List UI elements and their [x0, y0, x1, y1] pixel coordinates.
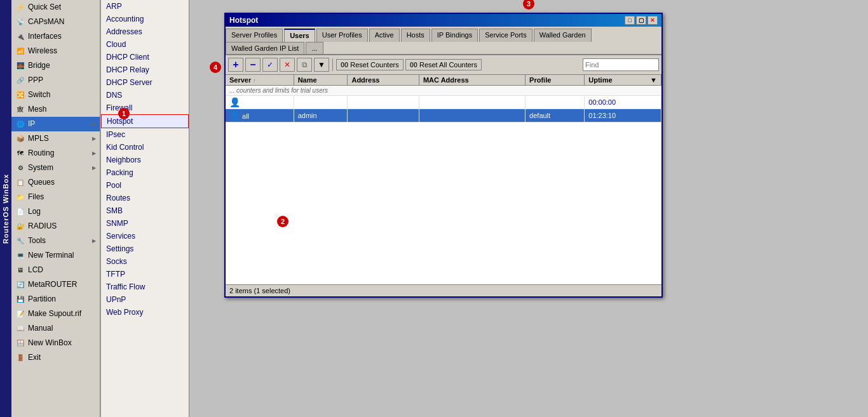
sidebar-item-exit[interactable]: 🚪 Exit [11, 350, 100, 365]
sidebar-item-mesh[interactable]: 🕸 Mesh [11, 102, 100, 117]
sidebar-item-mpls[interactable]: 📦 MPLS ▶ [11, 131, 100, 146]
sidebar-item-metarouter[interactable]: 🔄 MetaROUTER [11, 277, 100, 292]
submenu-firewall[interactable]: Firewall [101, 102, 189, 114]
sidebar-item-new-terminal[interactable]: 💻 New Terminal [11, 248, 100, 263]
tab-walled-garden[interactable]: Walled Garden [534, 29, 592, 42]
submenu-dns[interactable]: DNS [101, 89, 189, 102]
tab-user-profiles[interactable]: User Profiles [316, 29, 368, 42]
submenu-arp[interactable]: ARP [101, 0, 189, 13]
submenu-smb[interactable]: SMB [101, 204, 189, 217]
close-button[interactable]: ✕ [648, 16, 658, 25]
sidebar-item-capsman[interactable]: 📡 CAPsMAN [11, 15, 100, 29]
sidebar-item-manual[interactable]: 📖 Manual [11, 321, 100, 336]
tab-users[interactable]: Users [284, 29, 315, 42]
submenu-settings[interactable]: Settings [101, 242, 189, 255]
enable-button[interactable]: ✓ [262, 58, 278, 72]
sidebar-item-quick-set[interactable]: ⚡ Quick Set [11, 0, 100, 15]
cell-mac [419, 109, 525, 122]
remove-button[interactable]: − [245, 58, 261, 72]
cell-server: 👤 [226, 96, 294, 109]
winbox-label: RouterOS WinBox [0, 0, 11, 417]
submenu-web-proxy[interactable]: Web Proxy [101, 306, 189, 319]
info-row-text: ... counters and limits for trial users [226, 86, 661, 96]
exit-icon: 🚪 [15, 352, 25, 362]
cell-mac [419, 96, 525, 109]
disable-button[interactable]: ✕ [280, 58, 295, 72]
mesh-icon: 🕸 [15, 104, 25, 114]
submenu-kid-control[interactable]: Kid Control [101, 141, 189, 154]
submenu-dhcp-client[interactable]: DHCP Client [101, 51, 189, 63]
user-icon: 👤 [229, 110, 240, 121]
sidebar-item-partition[interactable]: 💾 Partition [11, 292, 100, 307]
col-header-profile: Profile [526, 75, 585, 86]
sidebar: ⚡ Quick Set 📡 CAPsMAN 🔌 Interfaces 📶 Wir… [11, 0, 100, 417]
sidebar-item-system[interactable]: ⚙ System ▶ [11, 161, 100, 175]
table-row[interactable]: 👤 all admin [226, 109, 661, 122]
sidebar-item-switch[interactable]: 🔀 Switch [11, 88, 100, 102]
submenu-neighbors[interactable]: Neighbors [101, 154, 189, 166]
cell-name: admin [294, 109, 348, 122]
submenu-pool[interactable]: Pool [101, 179, 189, 192]
sidebar-item-make-supout[interactable]: 📝 Make Supout.rif [11, 307, 100, 321]
submenu-tftp[interactable]: TFTP [101, 268, 189, 281]
submenu-upnp[interactable]: UPnP [101, 293, 189, 306]
tab-more[interactable]: ... [306, 42, 323, 54]
submenu-socks[interactable]: Socks [101, 255, 189, 268]
hotspot-window: 3 4 Hotspot □ ▢ ✕ Server Profiles Users … [224, 13, 663, 298]
capsman-icon: 📡 [15, 17, 25, 27]
col-header-mac: MAC Address [419, 75, 525, 86]
submenu-accounting[interactable]: Accounting [101, 13, 189, 25]
sidebar-item-interfaces[interactable]: 🔌 Interfaces [11, 29, 100, 44]
reset-counters-button[interactable]: 00 Reset Counters [336, 59, 403, 70]
user-icon: 👤 [229, 97, 240, 107]
submenu-addresses[interactable]: Addresses [101, 25, 189, 38]
sidebar-item-new-winbox[interactable]: 🪟 New WinBox [11, 336, 100, 350]
sidebar-item-log[interactable]: 📄 Log [11, 204, 100, 219]
info-row: ... counters and limits for trial users [226, 86, 661, 96]
tab-walled-garden-ip[interactable]: Walled Garden IP List [226, 42, 304, 54]
submenu-cloud[interactable]: Cloud [101, 38, 189, 51]
submenu-hotspot[interactable]: Hotspot [101, 114, 189, 128]
reset-all-counters-button[interactable]: 00 Reset All Counters [405, 59, 482, 70]
submenu-ipsec[interactable]: IPsec [101, 128, 189, 141]
annotation-1: 1 [118, 108, 130, 119]
sidebar-item-files[interactable]: 📁 Files [11, 190, 100, 204]
submenu-dhcp-server[interactable]: DHCP Server [101, 76, 189, 89]
column-options-icon[interactable]: ▼ [650, 76, 657, 84]
sidebar-item-tools[interactable]: 🔧 Tools ▶ [11, 234, 100, 248]
sidebar-item-bridge[interactable]: 🌉 Bridge [11, 58, 100, 73]
minimize-button[interactable]: □ [625, 16, 635, 25]
sidebar-item-radius[interactable]: 🔐 RADIUS [11, 219, 100, 234]
tab-hosts[interactable]: Hosts [401, 29, 430, 42]
manual-icon: 📖 [15, 323, 25, 333]
sidebar-item-ppp[interactable]: 🔗 PPP [11, 73, 100, 88]
table-row[interactable]: 👤 00:00:00 [226, 96, 661, 109]
cell-address [348, 96, 419, 109]
sidebar-item-ip[interactable]: 🌐 IP ▶ [11, 117, 100, 131]
tab-active[interactable]: Active [369, 29, 400, 42]
submenu-routes[interactable]: Routes [101, 192, 189, 204]
find-input[interactable] [583, 58, 659, 71]
submenu-dhcp-relay[interactable]: DHCP Relay [101, 63, 189, 76]
maximize-button[interactable]: ▢ [636, 16, 646, 25]
add-button[interactable]: + [228, 58, 243, 72]
copy-button[interactable]: ⧉ [297, 58, 312, 72]
window-title: Hotspot [229, 16, 625, 25]
routing-arrow: ▶ [92, 150, 96, 156]
interfaces-icon: 🔌 [15, 31, 25, 41]
sidebar-item-wireless[interactable]: 📶 Wireless [11, 44, 100, 58]
submenu-packing[interactable]: Packing [101, 166, 189, 179]
submenu-services[interactable]: Services [101, 230, 189, 242]
ip-submenu: ARP Accounting Addresses Cloud DHCP Clie… [100, 0, 189, 417]
tab-server-profiles[interactable]: Server Profiles [226, 29, 283, 42]
sidebar-item-lcd[interactable]: 🖥 LCD [11, 263, 100, 277]
tab-service-ports[interactable]: Service Ports [479, 29, 532, 42]
filter-button[interactable]: ▼ [314, 58, 329, 72]
system-arrow: ▶ [92, 165, 96, 171]
sidebar-item-queues[interactable]: 📋 Queues [11, 175, 100, 190]
winbox-icon: 🪟 [15, 338, 25, 348]
submenu-traffic-flow[interactable]: Traffic Flow [101, 281, 189, 293]
submenu-snmp[interactable]: SNMP [101, 217, 189, 230]
tab-ip-bindings[interactable]: IP Bindings [431, 29, 478, 42]
sidebar-item-routing[interactable]: 🗺 Routing ▶ [11, 146, 100, 161]
